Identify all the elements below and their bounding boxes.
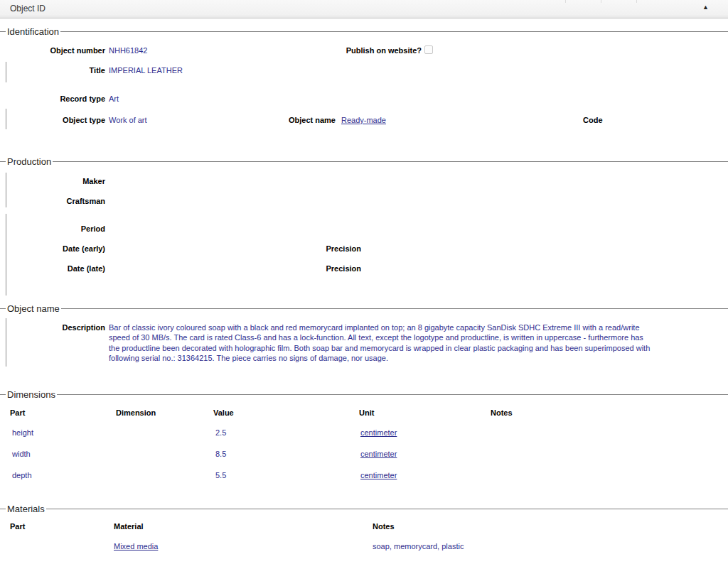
section-legend-identification: Identification bbox=[0, 26, 728, 36]
date-early-precision-label: Precision bbox=[326, 244, 361, 253]
title-label: Title bbox=[14, 66, 105, 75]
publish-on-website-checkbox[interactable] bbox=[424, 45, 433, 54]
column-divider-tick bbox=[565, 0, 566, 3]
description-value[interactable]: Bar of classic ivory coloured soap with … bbox=[109, 322, 653, 364]
field-group-indicator bbox=[6, 62, 6, 82]
date-late-precision-label: Precision bbox=[326, 264, 361, 273]
description-label: Description bbox=[14, 323, 105, 332]
dimension-part-value[interactable]: width bbox=[12, 450, 31, 458]
dimensions-header-unit: Unit bbox=[359, 408, 374, 417]
dimension-unit-link[interactable]: centimeter bbox=[360, 450, 397, 458]
dimensions-header-notes: Notes bbox=[491, 408, 513, 417]
dimension-value[interactable]: 8.5 bbox=[215, 450, 226, 458]
material-notes-value[interactable]: soap, memorycard, plastic bbox=[373, 542, 464, 551]
record-type-value[interactable]: Art bbox=[109, 94, 119, 103]
date-early-label: Date (early) bbox=[14, 244, 105, 253]
dimension-value[interactable]: 2.5 bbox=[215, 428, 226, 437]
publish-on-website-label: Publish on website? bbox=[346, 46, 422, 55]
object-id-panel-header[interactable]: Object ID ▲ bbox=[0, 0, 728, 16]
material-value-link[interactable]: Mixed media bbox=[114, 542, 158, 551]
code-label: Code bbox=[583, 116, 603, 124]
period-label: Period bbox=[14, 224, 105, 233]
panel-header-divider bbox=[0, 16, 728, 19]
section-legend-production: Production bbox=[0, 156, 728, 166]
column-divider-tick bbox=[601, 0, 601, 3]
object-name-label: Object name bbox=[289, 116, 336, 124]
dimension-value[interactable]: 5.5 bbox=[215, 471, 226, 479]
object-number-value[interactable]: NHH61842 bbox=[109, 46, 147, 55]
section-legend-label: Identification bbox=[7, 26, 59, 37]
dimensions-header-value: Value bbox=[213, 408, 234, 417]
field-group-indicator bbox=[6, 214, 6, 295]
section-legend-label: Object name bbox=[7, 303, 60, 314]
object-type-label: Object type bbox=[14, 116, 105, 124]
object-number-label: Object number bbox=[14, 46, 105, 55]
field-group-indicator bbox=[6, 109, 6, 129]
maker-label: Maker bbox=[14, 177, 105, 185]
field-group-indicator bbox=[6, 173, 6, 207]
section-legend-object-name: Object name bbox=[0, 303, 728, 313]
panel-title: Object ID bbox=[10, 4, 46, 13]
materials-header-notes: Notes bbox=[373, 522, 395, 531]
record-type-label: Record type bbox=[14, 94, 105, 103]
dimension-part-value[interactable]: depth bbox=[12, 471, 32, 479]
field-group-indicator bbox=[6, 318, 6, 367]
section-legend-dimensions: Dimensions bbox=[0, 389, 728, 399]
section-legend-label: Dimensions bbox=[7, 389, 55, 400]
section-legend-label: Production bbox=[7, 156, 51, 167]
collapse-panel-icon[interactable]: ▲ bbox=[702, 4, 709, 11]
dimensions-header-dimension: Dimension bbox=[116, 408, 156, 417]
object-name-value-link[interactable]: Ready-made bbox=[341, 116, 386, 124]
materials-header-material: Material bbox=[114, 522, 144, 531]
date-late-label: Date (late) bbox=[14, 264, 105, 273]
dimension-unit-link[interactable]: centimeter bbox=[360, 471, 397, 479]
object-id-record-page: Object ID ▲ Identification Object number… bbox=[0, 0, 728, 564]
dimension-unit-link[interactable]: centimeter bbox=[360, 428, 397, 437]
section-legend-materials: Materials bbox=[0, 504, 728, 514]
column-divider-tick bbox=[636, 0, 637, 3]
title-value[interactable]: IMPERIAL LEATHER bbox=[109, 66, 183, 75]
section-legend-label: Materials bbox=[7, 504, 45, 514]
object-type-value[interactable]: Work of art bbox=[109, 116, 147, 124]
dimensions-header-part: Part bbox=[10, 408, 25, 417]
craftsman-label: Craftsman bbox=[14, 197, 105, 205]
materials-header-part: Part bbox=[10, 522, 25, 531]
dimension-part-value[interactable]: height bbox=[12, 428, 33, 437]
